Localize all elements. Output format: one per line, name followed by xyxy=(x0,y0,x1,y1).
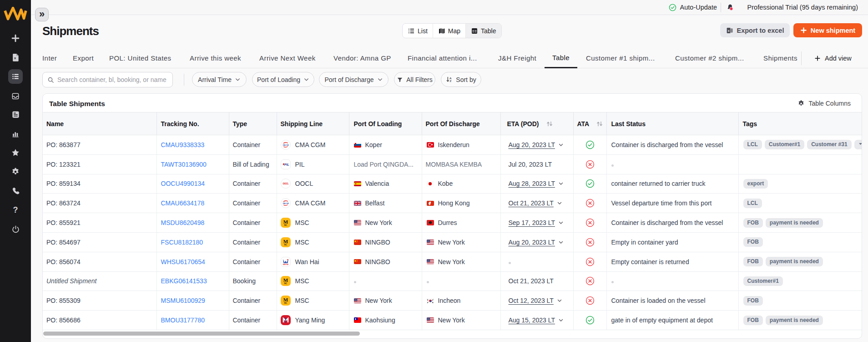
svg-text:CMA CGM: CMA CGM xyxy=(283,144,289,146)
svg-text:Z: Z xyxy=(450,79,452,82)
svg-text:OOCL: OOCL xyxy=(283,183,288,185)
svg-text:CMA CGM: CMA CGM xyxy=(283,203,289,204)
svg-text:SC: SC xyxy=(284,282,287,285)
svg-text:WAN HAI: WAN HAI xyxy=(283,263,288,265)
svg-text:SC: SC xyxy=(284,224,287,226)
svg-text:SC: SC xyxy=(284,301,287,304)
svg-text:A: A xyxy=(449,77,452,80)
svg-text:SC: SC xyxy=(284,243,287,246)
svg-text:PIL: PIL xyxy=(284,163,289,166)
svg-text:x: x xyxy=(727,29,729,32)
